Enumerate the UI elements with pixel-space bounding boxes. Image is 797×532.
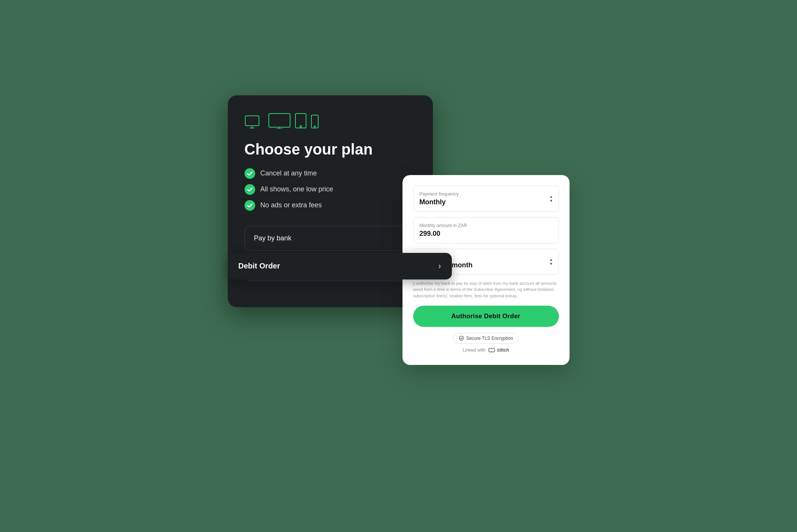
- feature-item-1: Cancel at any time: [245, 168, 416, 179]
- svg-rect-4: [269, 114, 290, 127]
- debit-order-chevron: ›: [438, 261, 441, 271]
- linked-with-label: Linked with: [462, 347, 485, 353]
- legal-text: y authorise my bank to pay by way of deb…: [413, 280, 559, 299]
- debit-order-strip[interactable]: Debit Order ›: [228, 253, 452, 279]
- plan-title: Choose your plan: [245, 141, 416, 158]
- feature-item-2: All shows, one low price: [245, 184, 416, 195]
- devices-illustration: [245, 112, 416, 129]
- monthly-amount-field: Monthly amount in ZAR 299.00: [413, 217, 559, 243]
- check-icon-1: [245, 168, 255, 179]
- payment-frequency-field[interactable]: Payment frequency Monthly ▲ ▼: [413, 186, 559, 212]
- payment-frequency-label: Payment frequency: [420, 191, 552, 197]
- features-list: Cancel at any time All shows, one low pr…: [245, 168, 416, 211]
- payment-frequency-value: Monthly: [420, 198, 552, 206]
- check-icon-3: [245, 200, 255, 211]
- security-badge: Secure TLS Encryption: [453, 333, 519, 344]
- feature-item-3: No ads or extra fees: [245, 200, 416, 211]
- shield-icon: [459, 336, 464, 341]
- linked-with-section: Linked with stitch: [413, 347, 559, 353]
- debit-order-label: Debit Order: [238, 262, 280, 270]
- authorise-button[interactable]: Authorise Debit Order: [413, 306, 559, 327]
- date-of-debit-chevron: ▲ ▼: [549, 258, 553, 266]
- stitch-logo: stitch: [488, 347, 509, 353]
- svg-point-9: [300, 126, 301, 127]
- payment-frequency-chevron: ▲ ▼: [549, 195, 553, 203]
- check-icon-2: [245, 184, 255, 195]
- pay-by-bank-option[interactable]: Pay by bank ›: [245, 226, 416, 251]
- monthly-amount-value: 299.00: [420, 230, 552, 238]
- svg-point-11: [314, 126, 315, 127]
- security-badge-label: Secure TLS Encryption: [466, 336, 513, 341]
- svg-rect-0: [245, 116, 259, 126]
- monthly-amount-label: Monthly amount in ZAR: [420, 223, 552, 228]
